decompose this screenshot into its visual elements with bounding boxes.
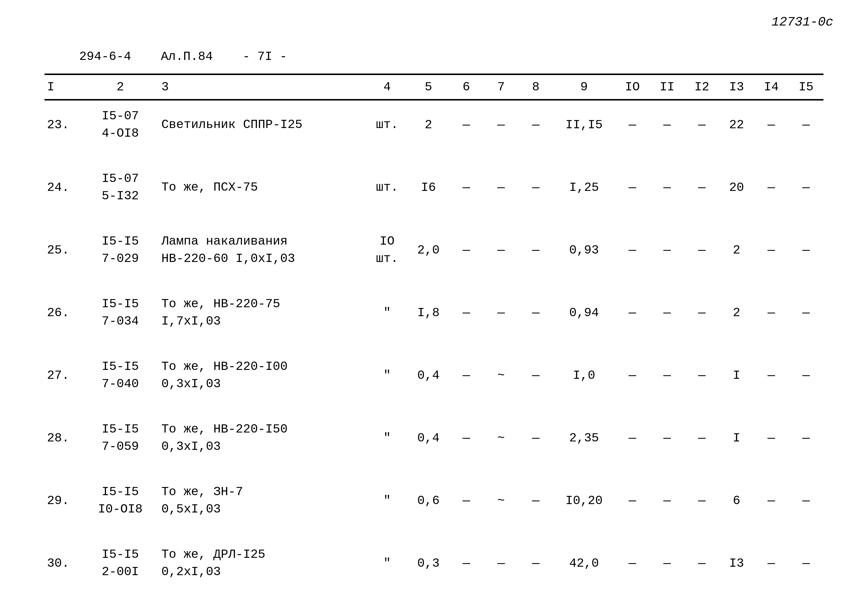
spacer-row [45,525,823,539]
cell-row7-col12: I3 [719,539,754,588]
th-col5: 5 [408,74,449,100]
cell-row3-col10: — [650,288,684,337]
table-row: 25.I5-I57-029Лампа накаливанияНВ-220-60 … [45,226,823,274]
cell-row5-col9: — [615,414,650,462]
cell-row5-col6: ~ [484,414,518,462]
cell-row2-col2: Лампа накаливанияНВ-220-60 I,0хI,03 [157,226,366,274]
cell-row2-col14: — [789,226,824,274]
cell-row5-col5: — [449,414,484,462]
cell-row2-col5: — [449,226,484,274]
cell-row1-col1: I5-075-I32 [84,163,157,212]
cell-row0-col13: — [754,100,789,149]
cell-row5-col1: I5-I57-059 [84,414,157,462]
main-table: I 2 3 4 5 6 7 8 9 IO II I2 I3 I4 I5 [45,73,823,602]
cell-row4-col12: I [719,351,754,400]
cell-row1-col2: То же, ПСХ-75 [157,163,366,212]
table-row: 28.I5-I57-059То же, НВ-220-I500,3хI,03"0… [45,414,823,462]
cell-row5-col11: — [684,414,719,462]
table-row: 26.I5-I57-034То же, НВ-220-75I,7хI,03"I,… [45,288,823,337]
cell-row2-col1: I5-I57-029 [84,226,157,274]
cell-row1-col10: — [650,163,684,212]
cell-row7-col2: То же, ДРЛ-I250,2хI,03 [157,539,366,588]
cell-row6-col10: — [650,476,684,525]
spacer-row [45,337,823,351]
cell-row7-col6: — [484,539,518,588]
cell-row3-col1: I5-I57-034 [84,288,157,337]
cell-row7-col3: " [366,539,408,588]
cell-row2-col13: — [754,226,789,274]
cell-row6-col7: — [519,476,553,525]
cell-row7-col14: — [789,539,824,588]
cell-row0-col0: 23. [45,100,84,149]
cell-row0-col9: — [615,100,650,149]
cell-row4-col0: 27. [45,351,84,400]
cell-row6-col0: 29. [45,476,84,525]
cell-row6-col1: I5-I5I0-OI8 [84,476,157,525]
table-row: 23.I5-074-OI8Светильник СППР-I25шт.2———I… [45,100,823,149]
cell-row6-col12: 6 [719,476,754,525]
cell-row0-col14: — [789,100,824,149]
cell-row3-col3: " [366,288,408,337]
cell-row4-col11: — [684,351,719,400]
cell-row3-col9: — [615,288,650,337]
cell-row2-col8: 0,93 [553,226,615,274]
th-col11: II [650,74,684,100]
th-col1: I [45,74,84,100]
cell-row3-col11: — [684,288,719,337]
cell-row0-col6: — [484,100,518,149]
cell-row6-col2: То же, ЗН-70,5хI,03 [157,476,366,525]
cell-row2-col10: — [650,226,684,274]
cell-row2-col11: — [684,226,719,274]
cell-row5-col8: 2,35 [553,414,615,462]
cell-row1-col7: — [519,163,553,212]
cell-row4-col9: — [615,351,650,400]
cell-row5-col13: — [754,414,789,462]
cell-row3-col5: — [449,288,484,337]
cell-row0-col4: 2 [408,100,449,149]
th-col4: 4 [366,74,408,100]
cell-row0-col3: шт. [366,100,408,149]
cell-row2-col4: 2,0 [408,226,449,274]
cell-row6-col9: — [615,476,650,525]
cell-row2-col12: 2 [719,226,754,274]
cell-row1-col0: 24. [45,163,84,212]
cell-row5-col10: — [650,414,684,462]
cell-row5-col12: I [719,414,754,462]
spacer-row [45,212,823,226]
cell-row0-col8: II,I5 [553,100,615,149]
cell-row3-col4: I,8 [408,288,449,337]
cell-row3-col8: 0,94 [553,288,615,337]
cell-row7-col10: — [650,539,684,588]
spacer-row [45,588,823,602]
table-container: I 2 3 4 5 6 7 8 9 IO II I2 I3 I4 I5 [30,73,838,602]
cell-row1-col4: I6 [408,163,449,212]
cell-row0-col12: 22 [719,100,754,149]
cell-row7-col7: — [519,539,553,588]
cell-row1-col14: — [789,163,824,212]
header-info: 294-6-4 Ал.П.84 - 7I - [30,50,838,64]
cell-row5-col0: 28. [45,414,84,462]
cell-row5-col4: 0,4 [408,414,449,462]
th-col13: I3 [719,74,754,100]
cell-row7-col13: — [754,539,789,588]
cell-row6-col11: — [684,476,719,525]
cell-row3-col12: 2 [719,288,754,337]
cell-row6-col5: — [449,476,484,525]
cell-row4-col6: ~ [484,351,518,400]
cell-row4-col14: — [789,351,824,400]
cell-row7-col4: 0,3 [408,539,449,588]
cell-row0-col2: Светильник СППР-I25 [157,100,366,149]
th-col14: I4 [754,74,789,100]
cell-row6-col14: — [789,476,824,525]
cell-row3-col7: — [519,288,553,337]
cell-row4-col1: I5-I57-040 [84,351,157,400]
cell-row0-col1: I5-074-OI8 [84,100,157,149]
cell-row1-col9: — [615,163,650,212]
cell-row7-col0: 30. [45,539,84,588]
cell-row2-col3: IOшт. [366,226,408,274]
cell-row3-col6: — [484,288,518,337]
cell-row2-col6: — [484,226,518,274]
th-col12: I2 [684,74,719,100]
cell-row3-col0: 26. [45,288,84,337]
th-col7: 7 [484,74,518,100]
